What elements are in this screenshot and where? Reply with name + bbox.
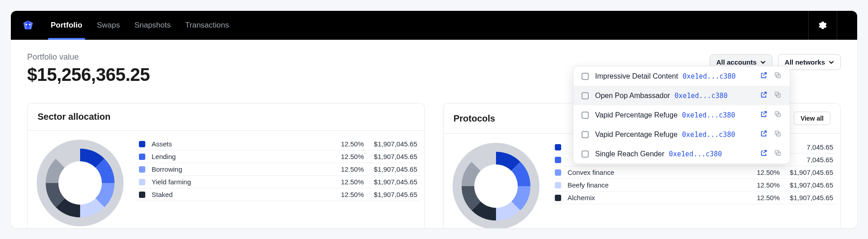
portfolio-value-label: Portfolio value <box>27 52 150 62</box>
main-content: Portfolio value $15,256,365.25 All accou… <box>11 40 857 228</box>
checkbox[interactable] <box>582 73 589 80</box>
accounts-dropdown-label: All accounts <box>716 58 757 66</box>
checkbox[interactable] <box>582 150 589 158</box>
sector-allocation-panel: Sector allocation <box>27 103 425 228</box>
account-row[interactable]: Vapid Percentage Refuge 0xe1ed...c380 <box>573 125 790 144</box>
networks-dropdown-label: All networks <box>785 58 825 66</box>
nav-tab-swaps[interactable]: Swaps <box>97 11 120 40</box>
swatch-icon <box>555 182 561 188</box>
accounts-popover: Impressive Detail Content 0xe1ed...c380 … <box>573 66 790 164</box>
external-link-icon[interactable] <box>760 91 768 100</box>
chevron-down-icon <box>829 60 834 65</box>
legend-name: Lending <box>152 153 329 160</box>
legend-name: Borrowing <box>152 165 329 173</box>
swatch-icon <box>139 179 145 185</box>
view-all-button[interactable]: View all <box>794 112 830 125</box>
account-address: 0xe1ed...c380 <box>674 92 727 100</box>
account-row[interactable]: Impressive Detail Content 0xe1ed...c380 <box>573 66 790 86</box>
copy-icon[interactable] <box>774 71 782 81</box>
account-address: 0xe1ed...c380 <box>669 150 722 158</box>
swatch-icon <box>139 166 145 173</box>
nav-tab-transactions[interactable]: Transactions <box>185 11 229 40</box>
swatch-icon <box>555 157 561 163</box>
swatch-icon <box>555 144 561 150</box>
account-name: Vapid Percentage Refuge <box>595 131 677 139</box>
protocols-panel-title: Protocols <box>453 113 495 124</box>
svg-point-1 <box>29 24 31 26</box>
checkbox[interactable] <box>582 112 589 119</box>
svg-point-13 <box>58 161 102 205</box>
legend-name: Assets <box>152 140 329 148</box>
nav-tab-snapshots[interactable]: Snapshots <box>134 11 171 40</box>
legend-row: Borrowing 12.50% $1,907,045.65 <box>136 163 420 176</box>
account-name: Single Reach Gender <box>595 150 664 158</box>
top-nav: Portfolio Swaps Snapshots Transactions <box>11 11 857 40</box>
legend-amount: $1,907,045.65 <box>367 153 417 160</box>
checkbox[interactable] <box>582 131 589 138</box>
external-link-icon[interactable] <box>760 149 768 159</box>
swatch-icon <box>139 141 145 147</box>
account-name: Impressive Detail Content <box>595 72 678 80</box>
swatch-icon <box>139 154 145 160</box>
legend-name: Convex finance <box>568 169 744 176</box>
legend-row: Assets 12.50% $1,907,045.65 <box>136 138 420 150</box>
chevron-down-icon <box>760 60 766 65</box>
legend-name: Staked <box>152 191 329 198</box>
legend-percent: 12.50% <box>748 169 780 176</box>
settings-button[interactable] <box>808 11 837 40</box>
account-address: 0xe1ed...c380 <box>682 131 735 139</box>
nav-tabs: Portfolio Swaps Snapshots Transactions <box>51 11 229 40</box>
copy-icon[interactable] <box>774 110 782 120</box>
legend-percent: 12.50% <box>748 181 780 189</box>
app-logo-icon <box>22 19 34 32</box>
account-row[interactable]: Single Reach Gender 0xe1ed...c380 <box>573 144 790 164</box>
account-name: Vapid Percentage Refuge <box>595 111 677 119</box>
legend-amount: $1,907,045.65 <box>367 165 417 173</box>
legend-amount: 7,045.65 <box>783 156 833 164</box>
external-link-icon[interactable] <box>760 130 768 139</box>
legend-row: Beefy finance 12.50% $1,907,045.65 <box>552 179 836 192</box>
swatch-icon <box>139 192 145 198</box>
account-name: Open Pop Ambassador <box>595 92 670 100</box>
legend-amount: $1,907,045.65 <box>367 178 417 186</box>
legend-row: Yield farming 12.50% $1,907,045.65 <box>136 176 420 188</box>
topbar-spacer <box>837 11 857 40</box>
legend-name: Beefy finance <box>568 181 744 189</box>
legend-amount: $1,907,045.65 <box>783 194 833 202</box>
legend-name: Alchemix <box>568 194 744 202</box>
legend-amount: 7,045.65 <box>783 143 833 151</box>
legend-row: Alchemix 12.50% $1,907,045.65 <box>552 192 836 204</box>
legend-amount: $1,907,045.65 <box>367 191 417 198</box>
legend-percent: 12.50% <box>748 194 780 202</box>
account-address: 0xe1ed...c380 <box>682 72 735 80</box>
portfolio-value-amount: $15,256,365.25 <box>27 65 150 85</box>
legend-row: Staked 12.50% $1,907,045.65 <box>136 188 420 201</box>
legend-percent: 12.50% <box>332 178 364 186</box>
external-link-icon[interactable] <box>760 110 768 120</box>
legend-row: Lending 12.50% $1,907,045.65 <box>136 150 420 163</box>
legend-percent: 12.50% <box>332 191 364 198</box>
account-row[interactable]: Vapid Percentage Refuge 0xe1ed...c380 <box>573 105 790 125</box>
legend-percent: 12.50% <box>332 140 364 148</box>
copy-icon[interactable] <box>774 91 782 100</box>
copy-icon[interactable] <box>774 130 782 139</box>
gear-icon <box>818 21 827 30</box>
swatch-icon <box>555 169 561 176</box>
nav-tab-portfolio[interactable]: Portfolio <box>51 11 82 40</box>
legend-amount: $1,907,045.65 <box>783 181 833 189</box>
account-row[interactable]: Open Pop Ambassador 0xe1ed...c380 <box>573 86 790 105</box>
legend-row: Convex finance 12.50% $1,907,045.65 <box>552 166 836 179</box>
external-link-icon[interactable] <box>760 71 768 81</box>
protocols-donut-chart <box>451 141 541 228</box>
checkbox[interactable] <box>582 92 589 99</box>
swatch-icon <box>555 195 561 201</box>
copy-icon[interactable] <box>774 149 782 159</box>
svg-point-0 <box>26 24 28 26</box>
legend-amount: $1,907,045.65 <box>783 169 833 176</box>
sector-donut-chart <box>35 138 125 228</box>
legend-name: Yield farming <box>152 178 329 186</box>
account-address: 0xe1ed...c380 <box>682 111 735 119</box>
svg-point-15 <box>474 164 518 208</box>
sector-panel-title: Sector allocation <box>38 112 110 122</box>
legend-amount: $1,907,045.65 <box>367 140 417 148</box>
